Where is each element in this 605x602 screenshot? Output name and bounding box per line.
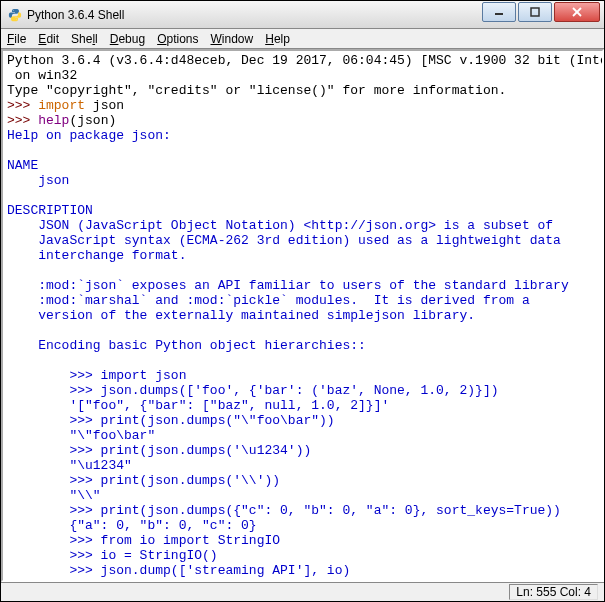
help-text: >>> print(json.dumps("\"foo\bar")) bbox=[7, 413, 335, 428]
svg-rect-1 bbox=[531, 8, 539, 16]
help-text: {"a": 0, "b": 0, "c": 0} bbox=[7, 518, 257, 533]
menu-window[interactable]: Window bbox=[211, 32, 254, 46]
banner-line: Python 3.6.4 (v3.6.4:d48eceb, Dec 19 201… bbox=[7, 53, 604, 68]
help-text: >>> print(json.dumps({"c": 0, "b": 0, "a… bbox=[7, 503, 561, 518]
banner-line: on win32 bbox=[7, 68, 77, 83]
maximize-button[interactable] bbox=[518, 2, 552, 22]
help-text: Help on package json: bbox=[7, 128, 171, 143]
menu-file[interactable]: File bbox=[7, 32, 26, 46]
module-name: json bbox=[85, 98, 124, 113]
menu-help[interactable]: Help bbox=[265, 32, 290, 46]
help-text: :mod:`marshal` and :mod:`pickle` modules… bbox=[7, 293, 530, 308]
banner-line: Type "copyright", "credits" or "license(… bbox=[7, 83, 506, 98]
help-text: "\u1234" bbox=[7, 458, 132, 473]
builtin-help: help bbox=[38, 113, 69, 128]
status-bar: Ln: 555 Col: 4 bbox=[1, 582, 604, 601]
menu-edit[interactable]: Edit bbox=[38, 32, 59, 46]
menu-debug[interactable]: Debug bbox=[110, 32, 145, 46]
help-text: version of the externally maintained sim… bbox=[7, 308, 475, 323]
help-text: "\\" bbox=[7, 488, 101, 503]
minimize-button[interactable] bbox=[482, 2, 516, 22]
keyword-import: import bbox=[38, 98, 85, 113]
menu-options[interactable]: Options bbox=[157, 32, 198, 46]
window-controls bbox=[482, 1, 604, 28]
shell-output[interactable]: Python 3.6.4 (v3.6.4:d48eceb, Dec 19 201… bbox=[1, 49, 604, 582]
help-text: JavaScript syntax (ECMA-262 3rd edition)… bbox=[7, 233, 561, 248]
help-text: :mod:`json` exposes an API familiar to u… bbox=[7, 278, 569, 293]
help-text: >>> json.dump(['streaming API'], io) bbox=[7, 563, 350, 578]
close-button[interactable] bbox=[554, 2, 600, 22]
help-text: >>> json.dumps(['foo', {'bar': ('baz', N… bbox=[7, 383, 498, 398]
window-title: Python 3.6.4 Shell bbox=[27, 8, 482, 22]
help-text: interchange format. bbox=[7, 248, 186, 263]
menu-bar: File Edit Shell Debug Options Window Hel… bbox=[1, 29, 604, 49]
prompt: >>> bbox=[7, 113, 38, 128]
help-text: >>> print(json.dumps('\\')) bbox=[7, 473, 280, 488]
help-text: >>> from io import StringIO bbox=[7, 533, 280, 548]
prompt: >>> bbox=[7, 98, 38, 113]
python-icon bbox=[7, 7, 23, 23]
cursor-position: Ln: 555 Col: 4 bbox=[509, 584, 598, 600]
help-text: >>> import json bbox=[7, 368, 186, 383]
call-args: (json) bbox=[69, 113, 116, 128]
help-text: NAME bbox=[7, 158, 38, 173]
help-text: '["foo", {"bar": ["baz", null, 1.0, 2]}]… bbox=[7, 398, 389, 413]
help-text: >>> print(json.dumps('\u1234')) bbox=[7, 443, 311, 458]
help-text: >>> io = StringIO() bbox=[7, 548, 218, 563]
help-text: DESCRIPTION bbox=[7, 203, 93, 218]
help-text: JSON (JavaScript Object Notation) <http:… bbox=[7, 218, 553, 233]
help-text: json bbox=[7, 173, 69, 188]
help-text: "\"foo\bar" bbox=[7, 428, 155, 443]
menu-shell[interactable]: Shell bbox=[71, 32, 98, 46]
title-bar: Python 3.6.4 Shell bbox=[1, 1, 604, 29]
help-text: Encoding basic Python object hierarchies… bbox=[7, 338, 366, 353]
